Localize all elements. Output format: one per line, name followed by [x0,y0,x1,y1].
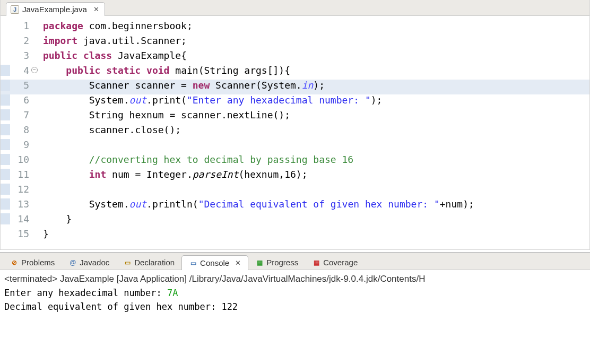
code-text[interactable]: System.out.print("Enter any hexadecimal … [34,94,382,106]
code-line[interactable]: 3public class JavaExample{ [1,50,589,65]
code-line[interactable]: 11 int num = Integer.parseInt(hexnum,16)… [1,169,589,184]
fold-toggle-icon[interactable]: − [31,67,38,73]
code-text[interactable]: public static void main(String args[]){ [34,65,290,76]
view-tab-label: Progress [266,258,298,267]
line-number: 11 [1,169,34,180]
view-tab-label: Console [200,258,229,267]
line-number: 9 [1,139,34,150]
code-text[interactable]: scanner.close(); [34,124,181,135]
view-tab-coverage[interactable]: ▦Coverage [305,255,365,270]
view-tab-progress[interactable]: ▦Progress [248,255,305,270]
console-status-line: <terminated> JavaExample [Java Applicati… [4,272,586,286]
change-marker [1,198,10,210]
view-tab-javadoc[interactable]: @Javadoc [62,255,116,270]
code-text[interactable]: //converting hex to decimal by passing b… [34,154,353,165]
editor-tab-bar: J JavaExample.java ✕ [1,0,589,16]
file-tab-javaexample[interactable]: J JavaExample.java ✕ [6,2,105,16]
change-marker [1,213,10,224]
editor-area: J JavaExample.java ✕ 1package com.beginn… [0,0,590,250]
view-tab-bar: ⊘Problems@Javadoc▭Declaration▭Console✕▦P… [0,253,590,270]
change-marker [1,169,10,180]
console-user-input: 7A [167,288,178,298]
code-line[interactable]: 5 Scanner scanner = new Scanner(System.i… [1,80,589,94]
close-icon[interactable]: ✕ [235,259,241,267]
line-number: 5 [1,80,34,91]
console-content: <terminated> JavaExample [Java Applicati… [0,270,590,323]
code-line[interactable]: 8 scanner.close(); [1,124,589,139]
code-text[interactable]: Scanner scanner = new Scanner(System.in)… [34,80,325,91]
view-tab-label: Javadoc [80,258,109,267]
code-line[interactable]: 6 System.out.print("Enter any hexadecima… [1,94,589,109]
line-number: 10 [1,154,34,165]
code-text[interactable]: package com.beginnersbook; [34,20,193,31]
line-number: 2 [1,35,34,46]
console-output-line-1: Enter any hexadecimal number: 7A [4,286,586,300]
console-prompt-text: Enter any hexadecimal number: [4,288,167,298]
line-number: 7 [1,109,34,120]
console-icon: ▭ [189,259,197,267]
code-line[interactable]: 13 System.out.println("Decimal equivalen… [1,198,589,213]
code-line[interactable]: 10 //converting hex to decimal by passin… [1,154,589,169]
line-number: 4− [1,65,34,76]
line-number: 3 [1,50,34,61]
view-tab-label: Declaration [134,258,175,267]
console-output-line-2: Decimal equivalent of given hex number: … [4,300,586,314]
code-line[interactable]: 7 String hexnum = scanner.nextLine(); [1,109,589,124]
code-line[interactable]: 14 } [1,213,589,228]
code-text[interactable]: import java.util.Scanner; [34,35,187,46]
line-number: 1 [1,20,34,31]
view-tab-problems[interactable]: ⊘Problems [3,255,62,270]
view-tab-declaration[interactable]: ▭Declaration [116,255,181,270]
code-line[interactable]: 9 [1,139,589,154]
line-number: 6 [1,94,34,106]
view-tab-label: Problems [21,258,55,267]
code-text[interactable]: public class JavaExample{ [34,50,187,61]
change-marker [1,139,10,150]
java-file-icon: J [11,5,19,14]
code-text[interactable]: } [34,213,72,224]
file-tab-label: JavaExample.java [22,5,87,14]
code-text[interactable]: String hexnum = scanner.nextLine(); [34,109,290,120]
code-line[interactable]: 1package com.beginnersbook; [1,20,589,35]
change-marker [1,124,10,135]
code-text[interactable]: System.out.println("Decimal equivalent o… [34,198,474,210]
progress-icon: ▦ [255,258,264,267]
line-number: 14 [1,213,34,224]
view-tab-label: Coverage [323,258,358,267]
change-marker [1,94,10,106]
coverage-icon: ▦ [312,258,320,267]
change-marker [1,109,10,120]
code-line[interactable]: 2import java.util.Scanner; [1,35,589,50]
problems-icon: ⊘ [10,258,19,267]
line-number: 13 [1,198,34,210]
code-line[interactable]: 15} [1,228,589,243]
code-text[interactable]: } [34,228,49,239]
javadoc-icon: @ [68,258,77,267]
line-number: 15 [1,228,34,239]
close-icon[interactable]: ✕ [93,5,99,13]
change-marker [1,184,10,195]
change-marker [1,154,10,165]
code-editor[interactable]: 1package com.beginnersbook;2import java.… [1,16,589,249]
declaration-icon: ▭ [123,258,132,267]
line-number: 12 [1,184,34,195]
code-line[interactable]: 4− public static void main(String args[]… [1,65,589,80]
code-line[interactable]: 12 [1,184,589,198]
change-marker [1,65,10,76]
line-number: 8 [1,124,34,135]
view-tab-console[interactable]: ▭Console✕ [181,255,248,270]
change-marker [1,80,10,91]
bottom-panel: ⊘Problems@Javadoc▭Declaration▭Console✕▦P… [0,252,590,323]
code-text[interactable]: int num = Integer.parseInt(hexnum,16); [34,169,308,180]
